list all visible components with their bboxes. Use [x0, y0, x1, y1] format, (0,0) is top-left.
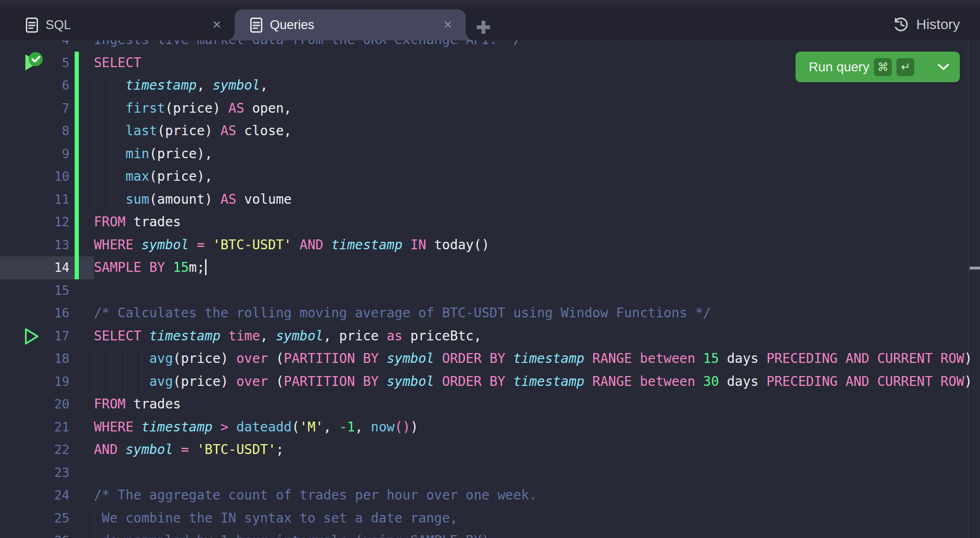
code-token: timestamp: [125, 77, 197, 93]
code-line-6[interactable]: timestamp, symbol,: [94, 74, 268, 97]
run-query-success-icon[interactable]: [19, 52, 47, 75]
code-line-12[interactable]: FROM trades: [94, 211, 181, 234]
line-number: 25: [0, 507, 69, 530]
code-token: [189, 237, 197, 253]
code-token: (price): [173, 374, 237, 389]
line-number: 14: [0, 256, 69, 279]
sql-console: 4Ingests live market data from the OKX e…: [0, 0, 980, 538]
code-token: [379, 351, 387, 366]
code-token: [94, 192, 125, 207]
code-token: timestamp: [513, 374, 585, 389]
code-token: (: [291, 419, 299, 435]
code-token: [94, 100, 125, 116]
code-token: ,: [260, 77, 268, 93]
code-line-10[interactable]: max(price),: [94, 165, 213, 188]
ruler-cursor-mark: [970, 267, 980, 269]
code-line-4[interactable]: Ingests live market data from the OKX ex…: [94, 40, 521, 52]
code-line-17[interactable]: SELECT timestamp time, symbol, price as …: [94, 325, 482, 348]
line-number: 13: [0, 234, 69, 257]
scrollbar-overview-ruler[interactable]: [968, 40, 980, 538]
code-line-13[interactable]: WHERE symbol = 'BTC-USDT' AND timestamp …: [94, 234, 490, 257]
code-line-26[interactable]: downsampled by 1-hour intervals (using S…: [94, 530, 490, 538]
tab-sql[interactable]: SQL ✕: [0, 9, 235, 40]
enter-key-icon: ↵: [896, 58, 914, 76]
code-token: trades: [125, 396, 181, 412]
code-line-7[interactable]: first(price) AS open,: [94, 97, 291, 120]
code-token: ): [410, 419, 418, 435]
line-number: 26: [0, 530, 69, 538]
tab-queries[interactable]: Queries ✕: [235, 9, 466, 40]
code-token: /* The aggregate count of trades per hou…: [94, 487, 537, 503]
code-token: symbol: [141, 237, 189, 253]
document-icon: [250, 17, 262, 33]
code-line-18[interactable]: avg(price) over (PARTITION BY symbol ORD…: [94, 347, 972, 370]
code-token: FROM: [94, 214, 125, 230]
code-line-9[interactable]: min(price),: [94, 143, 213, 166]
document-icon: [26, 17, 38, 33]
code-token: as: [387, 328, 403, 344]
code-token: [632, 351, 640, 366]
code-token: 30: [703, 374, 719, 389]
code-token: ORDER BY: [442, 374, 505, 389]
code-line-22[interactable]: AND symbol = 'BTC-USDT';: [94, 438, 284, 461]
code-token: close,: [236, 123, 291, 138]
code-editor[interactable]: 4Ingests live market data from the OKX e…: [0, 40, 980, 538]
line-number: 10: [0, 165, 69, 188]
new-tab-button[interactable]: [477, 21, 490, 34]
run-query-play-icon[interactable]: [19, 325, 47, 348]
code-token: AS: [229, 100, 245, 116]
chevron-down-icon[interactable]: [937, 63, 949, 71]
code-token: We combine the IN syntax to set a date r…: [94, 510, 458, 526]
line-number: 20: [0, 393, 69, 416]
code-token: (price): [173, 351, 237, 366]
code-line-14[interactable]: SAMPLE BY 15m;: [94, 256, 207, 279]
code-token: AND: [94, 442, 118, 457]
line-number: 6: [0, 74, 69, 97]
history-icon: [892, 15, 911, 34]
code-line-21[interactable]: WHERE timestamp > dateadd('M', -1, now()…: [94, 416, 418, 439]
code-line-8[interactable]: last(price) AS close,: [94, 120, 291, 143]
code-token: , price: [323, 328, 387, 344]
close-icon[interactable]: ✕: [443, 19, 452, 31]
code-line-5[interactable]: SELECT: [94, 52, 141, 75]
code-token: IN: [410, 237, 426, 253]
code-token: 'M': [299, 419, 323, 435]
line-number: 11: [0, 188, 69, 211]
code-token: AS: [221, 123, 237, 138]
code-line-19[interactable]: avg(price) over (PARTITION BY symbol ORD…: [94, 370, 972, 393]
close-icon[interactable]: ✕: [212, 19, 222, 31]
code-token: RANGE: [592, 374, 632, 389]
code-line-24[interactable]: /* The aggregate count of trades per hou…: [94, 484, 537, 507]
code-token: ;: [276, 442, 284, 457]
code-token: ,: [260, 328, 276, 344]
code-line-11[interactable]: sum(amount) AS volume: [94, 188, 291, 211]
line-number: 12: [0, 211, 69, 234]
code-token: timestamp: [149, 328, 221, 344]
code-line-25[interactable]: We combine the IN syntax to set a date r…: [94, 507, 458, 530]
code-token: ,: [323, 419, 339, 435]
code-token: [291, 237, 299, 253]
code-token: [141, 328, 149, 344]
code-token: [584, 351, 592, 366]
code-token: avg: [149, 374, 173, 389]
line-number: 21: [0, 416, 69, 439]
history-button[interactable]: History: [892, 14, 960, 35]
code-line-16[interactable]: /* Calculates the rolling moving average…: [94, 302, 711, 325]
code-token: /* Calculates the rolling moving average…: [94, 305, 711, 321]
code-token: [94, 123, 125, 138]
code-token: RANGE: [592, 351, 632, 366]
code-token: open,: [244, 100, 291, 116]
code-token: PARTITION BY: [284, 374, 379, 389]
code-token: [94, 374, 149, 389]
run-query-button[interactable]: Run query ⌘ ↵: [796, 52, 960, 82]
line-number: 15: [0, 279, 69, 302]
code-token: Ingests live market data from the OKX ex…: [94, 40, 521, 47]
code-token: [402, 237, 410, 253]
code-line-20[interactable]: FROM trades: [94, 393, 181, 416]
active-query-indicator-bar: [75, 52, 79, 279]
code-token: AND: [299, 237, 323, 253]
code-token: ,: [355, 419, 371, 435]
code-token: between: [640, 351, 695, 366]
code-token: [189, 442, 197, 457]
line-number: 19: [0, 370, 69, 393]
